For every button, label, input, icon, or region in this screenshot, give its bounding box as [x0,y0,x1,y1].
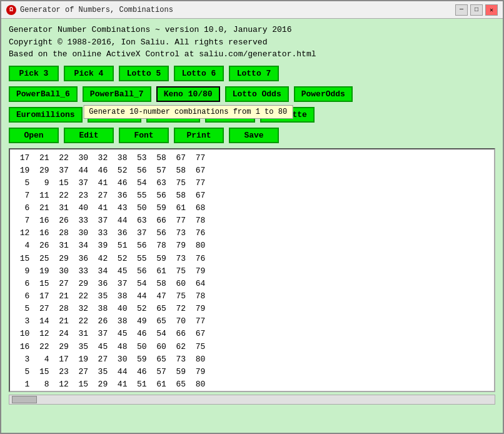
header-line1: Generator Number Combinations ~ version … [9,24,495,36]
title-bar-left: Ω Generator of Numbers, Combinations [6,5,173,15]
powerball6-button[interactable]: PowerBall_6 [9,86,78,102]
header-section: Generator Number Combinations ~ version … [1,19,503,63]
euromillions-button[interactable]: Euromillions [9,107,83,123]
lotto6-button[interactable]: Lotto 6 [174,66,224,81]
table-row: 10 12 24 31 37 45 46 54 66 67 [15,328,489,340]
table-row: 12 16 28 30 33 36 37 56 73 76 [15,227,489,240]
header-line3: Based on the online ActiveX Control at s… [9,48,495,61]
keno-button[interactable]: Keno 10/80 [156,86,220,102]
pick4-button[interactable]: Pick 4 [64,66,114,81]
button-row-1: Pick 3 Pick 4 Lotto 5 Lotto 6 Lotto 7 [1,63,503,84]
table-row: 7 16 26 33 37 44 63 66 77 78 [15,214,489,227]
table-row: 5 27 28 32 38 40 52 65 72 79 [15,303,489,315]
data-area-wrapper: 17 21 22 30 32 38 53 58 67 77 19 29 37 4… [9,148,495,392]
table-row: 4 26 31 34 39 51 56 78 79 80 [15,240,489,252]
table-row: 6 21 31 40 41 43 50 59 61 68 [15,202,489,214]
print-button[interactable]: Print [174,128,224,143]
title-bar: Ω Generator of Numbers, Combinations ─ □… [1,1,503,19]
edit-button[interactable]: Edit [64,128,114,143]
keno-tooltip: Generate 10-number combinations from 1 t… [83,105,293,119]
button-row-4: Open Edit Font Print Save [1,125,503,146]
lotto-odds-button[interactable]: Lotto Odds [225,86,289,102]
powerball7-button[interactable]: PowerBall_7 [83,86,151,102]
table-row: 3 14 21 22 26 38 49 65 70 77 [15,315,489,328]
table-row: 9 19 30 33 34 45 56 61 75 79 [15,265,489,278]
data-area[interactable]: 17 21 22 30 32 38 53 58 67 77 19 29 37 4… [10,149,494,391]
font-button[interactable]: Font [119,128,169,143]
table-row: 7 11 22 23 27 36 55 56 58 67 [15,189,489,202]
button-row-2: PowerBall_6 PowerBall_7 Keno 10/80 Gener… [1,84,503,104]
pick3-button[interactable]: Pick 3 [9,66,59,81]
save-button[interactable]: Save [229,128,279,143]
lotto5-button[interactable]: Lotto 5 [119,66,169,81]
powerodds-button[interactable]: PowerOdds [294,86,353,102]
horizontal-scrollbar-thumb[interactable] [12,396,37,403]
minimize-button[interactable]: ─ [455,4,468,16]
app-icon: Ω [6,5,16,15]
table-row: 6 15 27 29 36 37 54 58 60 64 [15,278,489,290]
table-row: 3 4 17 19 27 30 59 65 73 80 [15,353,489,366]
table-row: 1 8 12 15 29 41 51 61 65 80 [15,378,489,390]
table-row: 5 15 23 27 35 44 46 57 59 79 [15,366,489,378]
window-title: Generator of Numbers, Combinations [20,6,173,14]
table-row: 16 22 29 35 45 48 50 60 62 75 [15,341,489,353]
close-button[interactable]: ✕ [485,4,498,16]
maximize-button[interactable]: □ [470,4,483,16]
table-row: 17 21 22 30 32 38 53 58 67 77 [15,152,489,164]
header-line2: Copyright © 1988-2016, Ion Saliu. All ri… [9,36,495,49]
table-row: 5 9 15 37 41 46 54 63 75 77 [15,177,489,189]
open-button[interactable]: Open [9,128,59,143]
table-row: 15 25 29 36 42 52 55 59 73 76 [15,253,489,265]
title-bar-buttons: ─ □ ✕ [455,4,498,16]
horizontal-scrollbar[interactable] [9,395,495,405]
keno-tooltip-container: Keno 10/80 Generate 10-number combinatio… [156,86,220,102]
table-row: 6 17 21 22 35 38 44 47 75 78 [15,290,489,303]
lotto7-button[interactable]: Lotto 7 [229,66,279,81]
table-row: 19 29 37 44 46 52 56 57 58 67 [15,164,489,177]
